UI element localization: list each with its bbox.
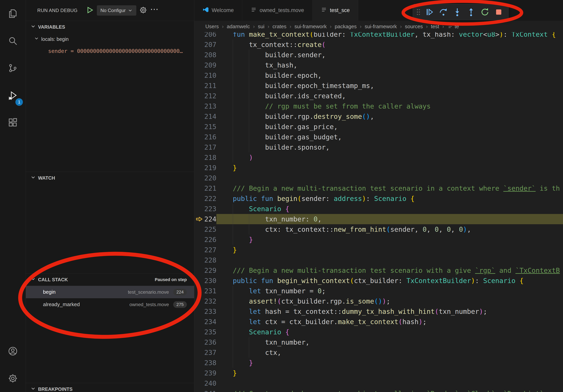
line-number[interactable]: 233: [204, 306, 217, 317]
step-over-button[interactable]: [437, 6, 450, 19]
code-text[interactable]: let txn_number = 0;: [217, 286, 563, 296]
code-text[interactable]: ctx,: [217, 347, 563, 358]
line-number[interactable]: 231: [204, 286, 217, 296]
line-number[interactable]: 222: [204, 194, 217, 204]
debug-config-dropdown[interactable]: No Configur: [97, 5, 136, 16]
code-text[interactable]: builder.gas_price,: [217, 122, 563, 132]
line-number[interactable]: 216: [204, 132, 217, 142]
variables-section-header[interactable]: VARIABLES: [26, 21, 194, 33]
restart-button[interactable]: [478, 6, 491, 19]
line-number[interactable]: 213: [204, 101, 217, 111]
code-text[interactable]: builder.epoch,: [217, 70, 563, 80]
code-text[interactable]: }: [217, 245, 563, 255]
code-text[interactable]: /// Begin a new multi-transaction test s…: [217, 183, 563, 194]
tab-test-scenario[interactable]: test_sce: [312, 0, 358, 21]
code-text[interactable]: }: [217, 235, 563, 245]
code-text[interactable]: tx_hash,: [217, 60, 563, 70]
call-stack-frame[interactable]: already_marked owned_tests.move 275: [26, 298, 194, 311]
line-number[interactable]: 208: [204, 50, 217, 60]
step-into-button[interactable]: [451, 6, 464, 19]
breadcrumb-item[interactable]: sui-framework: [293, 24, 328, 30]
line-number[interactable]: 241: [204, 389, 217, 392]
line-number[interactable]: 236: [204, 337, 217, 347]
line-number[interactable]: 212: [204, 91, 217, 101]
code-text[interactable]: }: [217, 358, 563, 368]
line-number[interactable]: 224: [204, 214, 217, 224]
line-number[interactable]: 221: [204, 183, 217, 194]
code-text[interactable]: builder.rgp.destroy_some(),: [217, 111, 563, 122]
code-text[interactable]: public fun begin_with_context(ctx_builde…: [217, 275, 563, 286]
code-text[interactable]: builder.sponsor,: [217, 142, 563, 152]
code-text[interactable]: assert!(ctx_builder.rgp.is_some());: [217, 296, 563, 306]
line-number[interactable]: 215: [204, 122, 217, 132]
code-text[interactable]: /// Begin a new multi-transaction test s…: [217, 265, 563, 275]
drag-handle-icon[interactable]: [416, 8, 421, 16]
code-text[interactable]: public fun begin(sender: address): Scena…: [217, 194, 563, 204]
code-text[interactable]: }: [217, 368, 563, 378]
stop-button[interactable]: [492, 6, 505, 19]
more-actions-icon[interactable]: ⋯: [150, 5, 158, 16]
call-stack-frame[interactable]: begin test_scenario.move 224: [26, 286, 194, 298]
line-number[interactable]: 218: [204, 152, 217, 163]
line-number[interactable]: 220: [204, 173, 217, 183]
code-text[interactable]: builder.sender,: [217, 50, 563, 60]
code-text[interactable]: tx_context::create(: [217, 39, 563, 50]
tab-owned-tests[interactable]: owned_tests.move: [242, 0, 312, 21]
code-text[interactable]: ctx: tx_context::new_from_hint(sender, 0…: [217, 224, 563, 235]
debug-settings-gear-icon[interactable]: [140, 6, 147, 15]
run-and-debug-icon[interactable]: 1: [0, 82, 26, 109]
line-number[interactable]: 239: [204, 368, 217, 378]
code-text[interactable]: /// Creates and shares system objects, a…: [217, 389, 563, 392]
breadcrumb-item[interactable]: sui-framework: [364, 24, 398, 30]
code-text[interactable]: txn_number,: [217, 337, 563, 347]
breakpoints-section-header[interactable]: BREAKPOINTS: [26, 383, 194, 392]
code-text[interactable]: txn_number: 0,: [217, 214, 563, 224]
code-text[interactable]: [217, 255, 563, 265]
line-number[interactable]: 238: [204, 358, 217, 368]
watch-section-header[interactable]: WATCH: [26, 172, 194, 184]
start-debugging-icon[interactable]: [86, 6, 94, 15]
line-number[interactable]: 214: [204, 111, 217, 122]
line-number[interactable]: 226: [204, 235, 217, 245]
line-number[interactable]: 211: [204, 80, 217, 91]
line-number[interactable]: 237: [204, 347, 217, 358]
accounts-icon[interactable]: [0, 338, 26, 365]
line-number[interactable]: 235: [204, 327, 217, 337]
line-number[interactable]: 223: [204, 204, 217, 214]
line-number[interactable]: 240: [204, 378, 217, 389]
code-text[interactable]: ): [217, 152, 563, 163]
line-number[interactable]: 219: [204, 163, 217, 173]
breadcrumb-item[interactable]: adamwelc: [226, 24, 251, 30]
line-number[interactable]: 209: [204, 60, 217, 70]
search-icon[interactable]: [0, 27, 26, 54]
breadcrumb-item[interactable]: sources: [404, 24, 424, 30]
variable-sender-row[interactable]: sender = 0000000000000000000000000000000…: [26, 45, 194, 57]
breadcrumb-item[interactable]: crates: [271, 24, 288, 30]
code-text[interactable]: Scenario {: [217, 327, 563, 337]
line-number[interactable]: 206: [204, 32, 217, 39]
line-number[interactable]: 230: [204, 275, 217, 286]
breadcrumb-file[interactable]: te: [446, 24, 459, 30]
code-text[interactable]: }: [217, 163, 563, 173]
line-number[interactable]: 234: [204, 317, 217, 327]
explorer-icon[interactable]: [0, 0, 26, 27]
code-text[interactable]: let hash = tx_context::dummy_tx_hash_wit…: [217, 306, 563, 317]
line-number[interactable]: 210: [204, 70, 217, 80]
breadcrumb-item[interactable]: sui: [257, 24, 266, 30]
settings-gear-icon[interactable]: [0, 365, 26, 392]
line-number[interactable]: 227: [204, 245, 217, 255]
code-text[interactable]: // rgp must be set from the caller alway…: [217, 101, 563, 111]
code-text[interactable]: fun make_tx_context(builder: TxContextBu…: [217, 32, 563, 39]
extensions-icon[interactable]: [0, 109, 26, 136]
code-text[interactable]: builder.gas_budget,: [217, 132, 563, 142]
code-text[interactable]: builder.ids_created,: [217, 91, 563, 101]
line-number[interactable]: 229: [204, 265, 217, 275]
code-text[interactable]: let ctx = ctx_builder.make_tx_context(ha…: [217, 317, 563, 327]
line-number[interactable]: 232: [204, 296, 217, 306]
continue-button[interactable]: [423, 6, 436, 19]
step-out-button[interactable]: [465, 6, 478, 19]
code-editor[interactable]: 206fun make_tx_context(builder: TxContex…: [194, 32, 563, 392]
tab-welcome[interactable]: Welcome: [194, 0, 242, 21]
line-number[interactable]: 228: [204, 255, 217, 265]
line-number[interactable]: 207: [204, 39, 217, 50]
